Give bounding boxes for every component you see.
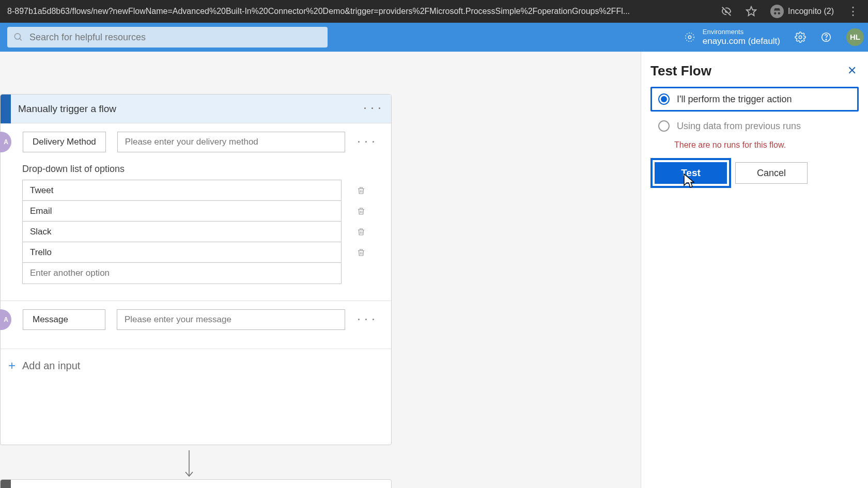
trigger-card-color-bar xyxy=(1,95,11,123)
test-flow-panel: Test Flow ✕ I'll perform the trigger act… xyxy=(641,52,868,488)
param-message-row: A Message Please enter your message · · … xyxy=(1,301,391,338)
environment-label: Environments xyxy=(703,28,780,36)
svg-point-1 xyxy=(14,34,20,39)
incognito-label: Incognito (2) xyxy=(788,7,834,16)
test-button[interactable]: Test xyxy=(655,162,727,184)
test-button-highlight: Test xyxy=(650,158,731,188)
param-message-input[interactable]: Please enter your message xyxy=(117,309,345,330)
radio-label: Using data from previous runs xyxy=(677,121,801,132)
delete-option-button[interactable] xyxy=(352,201,370,222)
param-type-badge: A xyxy=(0,132,11,152)
trash-icon xyxy=(357,186,366,195)
param-delivery-method-row: A Delivery Method Please enter your deli… xyxy=(1,123,391,161)
radio-icon xyxy=(658,93,670,105)
switch-card-header[interactable]: Switch · · · xyxy=(1,480,391,488)
param-type-badge: A xyxy=(0,309,11,330)
panel-title: Test Flow xyxy=(650,63,845,79)
help-icon[interactable] xyxy=(820,32,832,43)
delete-option-button[interactable] xyxy=(352,180,370,201)
param-row-menu[interactable]: · · · xyxy=(357,312,377,327)
svg-line-2 xyxy=(20,38,22,40)
radio-icon xyxy=(658,120,670,132)
dropdown-option-input[interactable] xyxy=(23,242,341,263)
trigger-card-title: Manually trigger a flow xyxy=(18,103,363,115)
url-text: 8-897b1a5d8b63/flows/new?newFlowName=Adv… xyxy=(4,7,716,16)
svg-point-7 xyxy=(826,39,826,40)
param-delivery-method-input[interactable]: Please enter your delivery method xyxy=(117,132,345,152)
environment-icon xyxy=(684,32,695,43)
search-box[interactable] xyxy=(7,27,328,48)
avatar[interactable]: HL xyxy=(846,28,864,46)
flow-connector-arrow[interactable] xyxy=(183,450,195,480)
trash-icon xyxy=(357,227,366,237)
delete-option-button[interactable] xyxy=(352,242,370,263)
browser-address-bar: 8-897b1a5d8b63/flows/new?newFlowName=Adv… xyxy=(0,0,868,23)
svg-point-3 xyxy=(688,36,691,39)
eye-off-icon[interactable] xyxy=(721,6,732,17)
trigger-card: Manually trigger a flow · · · A Delivery… xyxy=(0,94,392,445)
add-input-button[interactable]: + Add an input xyxy=(1,349,391,382)
dropdown-option-input[interactable] xyxy=(23,222,341,242)
trash-icon xyxy=(357,207,366,216)
dropdown-options-list xyxy=(22,180,342,284)
cancel-button[interactable]: Cancel xyxy=(735,162,808,184)
kebab-menu-icon[interactable]: ⋮ xyxy=(847,6,859,17)
flow-canvas[interactable]: Manually trigger a flow · · · A Delivery… xyxy=(0,52,641,488)
plus-icon: + xyxy=(7,358,17,373)
incognito-badge[interactable]: Incognito (2) xyxy=(770,5,834,18)
svg-point-5 xyxy=(799,36,802,39)
radio-previous-runs[interactable]: Using data from previous runs xyxy=(650,114,859,138)
search-icon xyxy=(13,32,23,42)
param-row-menu[interactable]: · · · xyxy=(357,135,377,150)
add-input-label: Add an input xyxy=(22,360,80,372)
switch-card: Switch · · · Delivery Method × xyxy=(0,479,392,488)
svg-marker-0 xyxy=(747,7,756,15)
param-message-label[interactable]: Message xyxy=(23,309,105,330)
app-header: Environments enayu.com (default) HL xyxy=(0,23,868,52)
environment-value: enayu.com (default) xyxy=(703,36,780,46)
incognito-icon xyxy=(770,5,784,18)
trash-icon xyxy=(357,248,366,257)
svg-point-4 xyxy=(686,33,694,42)
dropdown-option-input[interactable] xyxy=(23,201,341,222)
dropdown-option-new[interactable] xyxy=(23,263,341,284)
delete-option-button[interactable] xyxy=(352,222,370,242)
panel-close-button[interactable]: ✕ xyxy=(845,62,859,80)
trigger-card-header[interactable]: Manually trigger a flow · · · xyxy=(1,95,391,123)
param-delivery-method-label[interactable]: Delivery Method xyxy=(23,132,106,152)
dropdown-options-title: Drop-down list of options xyxy=(22,164,370,175)
dropdown-option-input[interactable] xyxy=(23,180,341,201)
search-input[interactable] xyxy=(29,32,321,43)
gear-icon[interactable] xyxy=(795,32,806,43)
trigger-card-menu[interactable]: · · · xyxy=(363,101,383,116)
star-icon[interactable] xyxy=(746,6,757,17)
switch-card-color-bar xyxy=(1,480,11,489)
radio-perform-trigger[interactable]: I'll perform the trigger action xyxy=(650,87,859,112)
no-runs-message: There are no runs for this flow. xyxy=(674,140,859,150)
environment-picker[interactable]: Environments enayu.com (default) xyxy=(684,28,780,46)
radio-label: I'll perform the trigger action xyxy=(677,94,792,105)
